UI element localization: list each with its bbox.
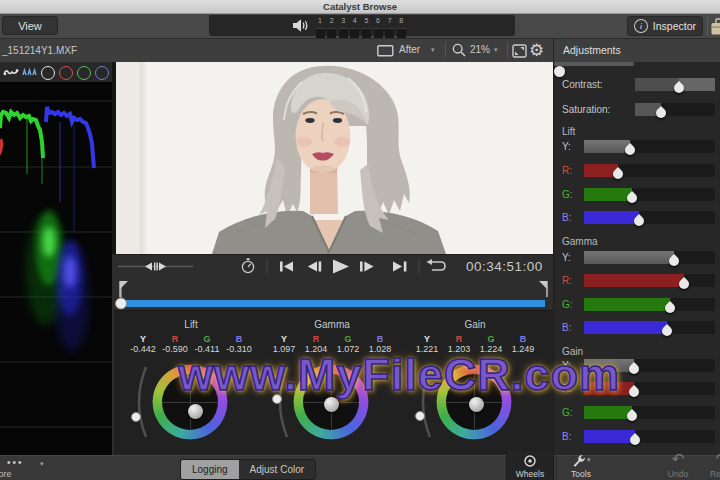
channel-value: -0.442 [127,344,159,355]
luma-arc-slider-gain[interactable] [412,361,434,443]
slider-track[interactable] [584,406,715,419]
adjustments-header-label: Adjustments [563,44,621,56]
slider-track[interactable] [584,211,715,224]
slider-track[interactable] [635,78,715,91]
undo-button-label: Undo [658,469,698,479]
slider-track[interactable] [635,103,715,116]
mode-tab-logging[interactable]: Logging [181,460,239,479]
more-dots-icon: ••• [7,457,24,468]
video-viewer[interactable] [112,62,553,254]
red-channel-toggle[interactable] [59,66,73,80]
rgb-waveform-scope [0,82,112,455]
subbar-separator [445,42,446,58]
wheel-group-name-lift: Lift [146,319,236,330]
color-wheel-gamma[interactable] [293,364,369,440]
zoom-caret-icon[interactable]: ▾ [494,46,498,54]
slider-label-b: B: [562,212,571,223]
inspector-button-label: Inspector [653,20,696,32]
color-wheel-gain[interactable] [436,364,512,440]
slider-track[interactable] [584,164,715,177]
channel-value: 1.204 [300,344,332,355]
slider-track[interactable] [584,140,715,153]
wheel-value-col-y: Y1.221 [411,334,443,355]
inspector-button[interactable]: i Inspector [627,16,703,36]
channel-header: B [364,334,396,344]
color-wheel-puck[interactable] [188,404,203,419]
audio-channel-number: 5 [361,17,371,24]
undo-icon: ↶ [658,451,698,467]
channel-value: 1.221 [411,344,443,355]
wrench-icon [571,454,586,468]
slider-fill [584,406,632,419]
audio-meter-panel: 12345678 [209,15,515,36]
channel-header: B [223,334,255,344]
slider-track[interactable] [584,274,715,287]
channel-value: 1.028 [364,344,396,355]
adjustments-panel: Contrast:Saturation:LiftY:R:G:B:GammaY:R… [553,62,720,455]
toolbar-separator [707,16,708,36]
luma-arc-slider-lift[interactable] [128,361,150,443]
redo-button[interactable]: ↷ Redo [702,452,720,480]
slider-track[interactable] [584,430,715,443]
compare-mode-caret-icon[interactable]: ▾ [431,46,435,54]
wheel-value-table-lift: Y-0.442R-0.590G-0.411B-0.310 [127,334,255,355]
slider-fill [584,274,684,287]
redo-button-label: Redo [702,469,720,479]
arc-slider-handle[interactable] [416,412,425,421]
waveform-scope-icon[interactable] [3,67,19,77]
play-button [333,260,349,274]
slider-track[interactable] [584,382,715,395]
clip-filename: _151214Y1.MXF [2,45,77,56]
fit-to-window-icon[interactable] [512,44,527,58]
channel-header: G [332,334,364,344]
slider-fill [584,430,635,443]
arc-slider-handle[interactable] [132,413,141,422]
slider-label-contrast: Contrast: [562,79,603,90]
channel-value: -0.310 [223,344,255,355]
green-channel-toggle[interactable] [77,66,91,80]
wheels-button[interactable]: Wheels [506,451,554,480]
rgb-parade-icon[interactable] [22,67,38,77]
timeline-scrubber[interactable] [114,277,553,310]
undo-button[interactable]: ↶ Undo [658,452,698,480]
media-bin-icon[interactable] [711,17,720,36]
luma-arc-slider-gamma[interactable] [269,361,291,443]
partial-slider-track[interactable] [554,62,634,66]
arc-slider-handle[interactable] [273,395,282,404]
info-icon: i [634,19,648,33]
color-wheel-lift[interactable] [152,364,228,440]
wheel-value-col-y: Y-0.442 [127,334,159,355]
channel-header: R [159,334,191,344]
audio-meter-block [362,28,371,38]
slider-track[interactable] [584,251,715,264]
scope-toolbar [0,62,112,82]
channel-header: Y [127,334,159,344]
color-wheel-puck[interactable] [469,397,484,412]
portrait-woman [116,62,551,254]
slider-track[interactable] [584,359,715,372]
view-button[interactable]: View [2,16,58,35]
luma-channel-toggle[interactable] [41,66,55,80]
channel-value: -0.590 [159,344,191,355]
compare-mode-value[interactable]: After [399,44,420,55]
more-caret-icon: ▾ [40,460,44,468]
view-button-label: View [18,20,42,32]
slider-track[interactable] [584,298,715,311]
compare-display-icon [377,45,394,57]
slider-track[interactable] [584,188,715,201]
tools-button[interactable]: ▾ Tools [559,451,603,480]
audio-meter-block [339,28,348,38]
slider-label-r: R: [562,165,572,176]
blue-channel-toggle[interactable] [95,66,109,80]
zoom-level-value[interactable]: 21% [470,44,490,55]
settings-gear-icon[interactable]: ⚙ [529,39,544,62]
audio-channel-number: 7 [385,17,395,24]
color-wheel-puck[interactable] [324,397,339,412]
slider-track[interactable] [584,321,715,334]
mode-tab-adjust-color[interactable]: Adjust Color [239,460,315,479]
color-wheels-panel: LiftY-0.442R-0.590G-0.411B-0.310 GammaY1… [114,310,553,456]
loop-playback-button [427,259,446,270]
main-toolbar: View 12345678 i Inspector [0,14,720,39]
slider-label-g: G: [562,407,573,418]
partial-slider-handle[interactable] [554,66,565,77]
